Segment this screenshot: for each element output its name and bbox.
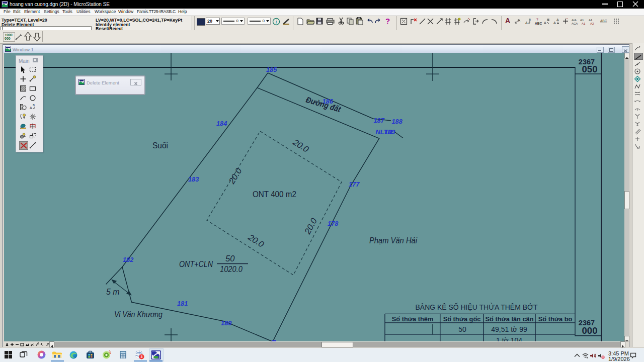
svg-text:50: 50 [225,254,235,263]
svg-text:Vi Văn Khương: Vi Văn Khương [114,310,163,319]
svg-text:188: 188 [392,118,403,125]
svg-text:Phạm Văn Hải: Phạm Văn Hải [369,236,418,245]
svg-text:A: A [544,21,546,25]
svg-text:ACA: ACA [572,22,578,25]
svg-text:ONT 400 m2: ONT 400 m2 [253,190,296,199]
svg-text:189: 189 [384,128,395,136]
svg-text:BẢNG KÊ SỐ HIỆU THỬA THÊM BỚT: BẢNG KÊ SỐ HIỆU THỬA THÊM BỚT [416,303,538,311]
svg-text:178: 178 [328,220,339,227]
svg-text:Số thửa gốc: Số thửa gốc [443,315,481,323]
svg-text:B: B [529,18,531,21]
svg-text:B: B [33,104,35,107]
svg-text:ABC: ABC [600,19,607,23]
svg-text:49,51 tờ 99: 49,51 tờ 99 [491,325,527,333]
svg-text:A: A [556,18,559,22]
svg-text:20.0: 20.0 [227,166,244,186]
svg-text:1 tờ 104: 1 tờ 104 [496,336,522,341]
svg-text:ABC: ABC [535,22,542,25]
svg-text:A1: A1 [580,19,584,22]
svg-text:20.0: 20.0 [302,216,319,236]
svg-text:1020.0: 1020.0 [220,264,243,274]
svg-text:?: ? [536,18,538,21]
svg-text:185: 185 [266,66,277,73]
svg-text:ONT+CLN: ONT+CLN [179,259,213,268]
svg-text:A: A [553,21,556,25]
svg-text:184: 184 [216,120,227,127]
svg-text:A: A [547,18,549,21]
svg-text:050: 050 [582,64,598,74]
svg-text:AIA: AIA [572,19,577,22]
svg-text:181: 181 [177,300,188,307]
svg-text:Số thửa thêm: Số thửa thêm [392,315,434,323]
svg-text:3: 3 [141,355,143,358]
svg-text:A: A [518,19,520,22]
svg-text:182: 182 [123,256,133,263]
svg-text:183: 183 [188,175,199,183]
svg-text:A: A [30,106,32,110]
svg-text:A2: A2 [590,22,594,25]
svg-text:Số thửa lân cận: Số thửa lân cận [485,315,533,323]
svg-text:20.0: 20.0 [291,137,310,154]
svg-text:000: 000 [582,325,598,336]
svg-text:187: 187 [374,117,385,124]
svg-text:5 m: 5 m [106,288,120,296]
svg-text:Suối: Suối [152,141,168,150]
svg-text:A1: A1 [589,19,593,22]
svg-text:A: A [525,21,528,25]
svg-text:180: 180 [221,319,231,327]
svg-text:Số thửa bỏ: Số thửa bỏ [538,315,573,323]
svg-text:50: 50 [458,325,466,333]
svg-text:A1: A1 [582,22,586,25]
svg-text:177: 177 [349,180,360,188]
svg-text:i: i [276,19,277,25]
